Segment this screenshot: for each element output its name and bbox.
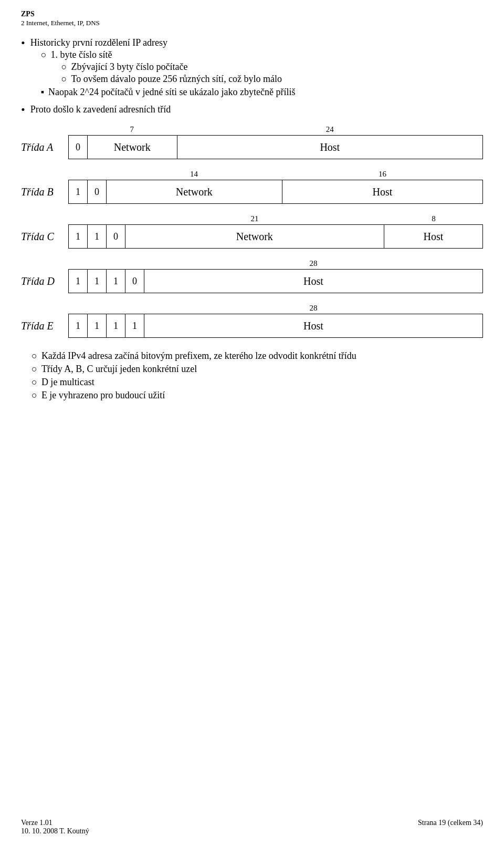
class-c-section: 21 8 Třída C 1 1 0 Network Host xyxy=(21,214,483,249)
class-b-bits-left: 14 xyxy=(106,170,282,179)
footer-note-3-text: D je multicast xyxy=(41,377,94,388)
class-e-host: Host xyxy=(144,314,482,337)
class-c-bits-left: 21 xyxy=(125,214,384,223)
main-bullet-content: Historicky první rozdělení IP adresy ○ 1… xyxy=(30,37,483,99)
sub-sub-item-1: ○ Zbývající 3 byty číslo počítače xyxy=(61,61,282,73)
class-d-host: Host xyxy=(144,270,482,293)
class-c-bits-right: 8 xyxy=(384,214,483,223)
footer-circ-4: ○ xyxy=(32,390,37,401)
class-d-prefix-1a: 1 xyxy=(69,270,88,293)
sub-sub-dot-1: ○ xyxy=(61,61,67,73)
class-e-prefix-1a: 1 xyxy=(69,314,88,337)
class-b-network: Network xyxy=(107,180,282,203)
class-a-host: Host xyxy=(177,136,482,159)
footer-notes-list: ○ Každá IPv4 adresa začíná bitovým prefi… xyxy=(21,350,483,401)
sub-sub-dot-2: ○ xyxy=(61,74,67,85)
class-c-network: Network xyxy=(125,225,384,248)
footer-author: 10. 10. 2008 T. Koutný xyxy=(21,827,89,835)
class-d-label: Třída D xyxy=(21,269,68,293)
class-b-row: Třída B 1 0 Network Host xyxy=(21,180,483,204)
class-d-prefix-1b: 1 xyxy=(88,270,107,293)
class-b-label: Třída B xyxy=(21,180,68,204)
header: ZPS 2 Internet, Ethernet, IP, DNS xyxy=(21,9,483,28)
footer-note-4-text: E je vyhrazeno pro budoucí užití xyxy=(41,390,165,401)
class-a-label: Třída A xyxy=(21,135,68,159)
sub-list: ○ 1. byte číslo sítě ○ Zbývající 3 byty … xyxy=(30,49,483,98)
class-d-grid: 1 1 1 0 Host xyxy=(68,269,483,293)
class-a-row: Třída A 0 Network Host xyxy=(21,135,483,159)
page-footer: Verze 1.01 10. 10. 2008 T. Koutný Strana… xyxy=(21,819,483,835)
sub-sub-item-2: ○ To ovšem dávalo pouze 256 různých sítí… xyxy=(61,74,282,85)
footer-circ-3: ○ xyxy=(32,377,37,388)
class-a-bits-right: 24 xyxy=(176,125,483,134)
class-d-row: Třída D 1 1 1 0 Host xyxy=(21,269,483,293)
class-e-section: 28 Třída E 1 1 1 1 Host xyxy=(21,304,483,338)
header-title: ZPS xyxy=(21,9,483,19)
class-b-section: 14 16 Třída B 1 0 Network Host xyxy=(21,170,483,204)
class-b-grid: 1 0 Network Host xyxy=(68,180,483,204)
classes-bullet-item: • Proto došlo k zavedení adresních tříd xyxy=(21,104,483,117)
bullet-dot: • xyxy=(21,36,25,50)
class-b-prefix-1: 1 xyxy=(69,180,88,203)
class-e-prefix-1d: 1 xyxy=(125,314,144,337)
sub-item-2: ▪ Naopak 2^24 počítačů v jedné síti se u… xyxy=(41,87,483,98)
class-c-bits-row: 21 8 xyxy=(21,214,483,223)
main-bullet-item: • Historicky první rozdělení IP adresy ○… xyxy=(21,37,483,99)
sub-item-1-content: 1. byte číslo sítě ○ Zbývající 3 byty čí… xyxy=(51,49,282,86)
class-b-bits-right: 16 xyxy=(282,170,483,179)
class-d-prefix-1c: 1 xyxy=(107,270,125,293)
class-c-prefix-0: 0 xyxy=(107,225,125,248)
class-c-host: Host xyxy=(384,225,482,248)
footer-note-1-text: Každá IPv4 adresa začíná bitovým prefixe… xyxy=(41,350,356,362)
class-e-bits-row: 28 xyxy=(21,304,483,313)
class-d-bits-row: 28 xyxy=(21,259,483,268)
class-e-prefix-1b: 1 xyxy=(88,314,107,337)
header-subtitle: 2 Internet, Ethernet, IP, DNS xyxy=(21,19,483,28)
classes-content: Proto došlo k zavedení adresních tříd xyxy=(30,104,483,115)
class-a-section: 7 24 Třída A 0 Network Host xyxy=(21,125,483,159)
footer-circ-1: ○ xyxy=(32,350,37,362)
sub-dot-1: ○ xyxy=(41,49,47,60)
address-classes-diagram: 7 24 Třída A 0 Network Host 14 16 Třída … xyxy=(21,125,483,338)
sub-item-2-text: Naopak 2^24 počítačů v jedné síti se uká… xyxy=(48,87,295,98)
footer-note-4: ○ E je vyhrazeno pro budoucí užití xyxy=(32,390,483,401)
class-a-bits-row: 7 24 xyxy=(21,125,483,134)
footer-page-num: Strana 19 (celkem 34) xyxy=(418,819,483,835)
class-c-prefix-1b: 1 xyxy=(88,225,107,248)
footer-version: Verze 1.01 xyxy=(21,819,89,827)
class-e-prefix-1c: 1 xyxy=(107,314,125,337)
class-a-network: Network xyxy=(88,136,177,159)
sub-item-1-text: 1. byte číslo sítě xyxy=(51,49,112,60)
sub-item-1: ○ 1. byte číslo sítě ○ Zbývající 3 byty … xyxy=(41,49,483,86)
class-a-prefix-0: 0 xyxy=(69,136,88,159)
sub-sub-list-1: ○ Zbývající 3 byty číslo počítače ○ To o… xyxy=(51,61,282,85)
footer-note-2: ○ Třídy A, B, C určují jeden konkrétní u… xyxy=(32,364,483,375)
class-d-bits: 28 xyxy=(144,259,483,268)
classes-bullet-dot: • xyxy=(21,103,25,117)
class-c-grid: 1 1 0 Network Host xyxy=(68,224,483,249)
footer-note-3: ○ D je multicast xyxy=(32,377,483,388)
class-c-label: Třída C xyxy=(21,224,68,249)
class-d-section: 28 Třída D 1 1 1 0 Host xyxy=(21,259,483,293)
sub-sub-text-1: Zbývající 3 byty číslo počítače xyxy=(71,61,187,73)
class-a-grid: 0 Network Host xyxy=(68,135,483,159)
main-bullet-text: Historicky první rozdělení IP adresy xyxy=(30,37,167,48)
footer-circ-2: ○ xyxy=(32,364,37,375)
footer-note-1: ○ Každá IPv4 adresa začíná bitovým prefi… xyxy=(32,350,483,362)
class-b-bits-row: 14 16 xyxy=(21,170,483,179)
class-b-host: Host xyxy=(282,180,482,203)
sub-dot-square: ▪ xyxy=(41,87,44,98)
class-e-bits: 28 xyxy=(144,304,483,313)
class-c-prefix-1a: 1 xyxy=(69,225,88,248)
footer-note-2-text: Třídy A, B, C určují jeden konkrétní uze… xyxy=(41,364,197,375)
class-a-bits-left: 7 xyxy=(87,125,176,134)
class-d-prefix-0: 0 xyxy=(125,270,144,293)
class-e-row: Třída E 1 1 1 1 Host xyxy=(21,314,483,338)
classes-intro-text: Proto došlo k zavedení adresních tříd xyxy=(30,104,171,115)
class-b-prefix-0: 0 xyxy=(88,180,107,203)
class-e-label: Třída E xyxy=(21,314,68,338)
class-e-grid: 1 1 1 1 Host xyxy=(68,314,483,338)
class-c-row: Třída C 1 1 0 Network Host xyxy=(21,224,483,249)
sub-sub-text-2: To ovšem dávalo pouze 256 různých sítí, … xyxy=(71,74,282,85)
footer-left: Verze 1.01 10. 10. 2008 T. Koutný xyxy=(21,819,89,835)
